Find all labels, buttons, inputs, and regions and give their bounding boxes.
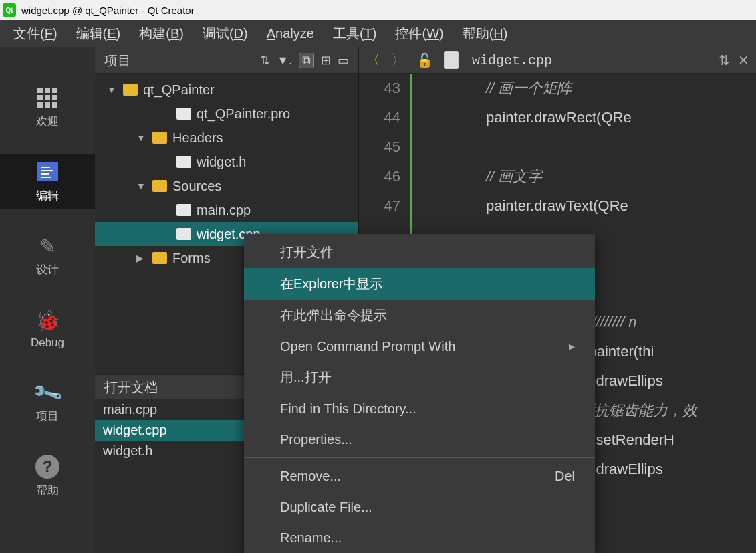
mode-sidebar: 欢迎 编辑 ✎ 设计 🐞 Debug 🔧 项目 ? 帮助 bbox=[0, 47, 95, 553]
wrench-icon: 🔧 bbox=[31, 376, 64, 409]
ctx-properties-[interactable]: Properties... bbox=[244, 424, 595, 455]
mode-label: 项目 bbox=[36, 409, 59, 424]
ctx--explorer-[interactable]: 在Explorer中显示 bbox=[244, 268, 595, 300]
open-docs-title: 打开文档 bbox=[104, 378, 158, 397]
lock-icon[interactable]: 🔓 bbox=[416, 52, 433, 68]
ctx-duplicate-file-[interactable]: Duplicate File... bbox=[244, 491, 595, 522]
ctx-find-in-this-directory-[interactable]: Find in This Directory... bbox=[244, 393, 595, 424]
menu-t[interactable]: 工具(T) bbox=[333, 25, 377, 43]
mode-design[interactable]: ✎ 设计 bbox=[0, 229, 95, 283]
ctx-remove-[interactable]: Remove...Del bbox=[244, 461, 595, 491]
file-icon bbox=[444, 51, 459, 69]
titlebar: Qt widget.cpp @ qt_QPainter - Qt Creator bbox=[0, 0, 756, 20]
filter-icon[interactable]: ▼. bbox=[277, 53, 292, 68]
mode-welcome[interactable]: 欢迎 bbox=[0, 80, 95, 134]
ctx--[interactable]: 在此弹出命令提示 bbox=[244, 300, 595, 331]
editor-toolbar: 〈 〉 🔓 widget.cpp ⇅ ✕ bbox=[359, 47, 756, 74]
mode-label: 设计 bbox=[36, 262, 59, 278]
context-menu[interactable]: 打开文件在Explorer中显示在此弹出命令提示Open Command Pro… bbox=[244, 234, 595, 553]
menu-f[interactable]: 文件(F) bbox=[13, 25, 57, 43]
tree-node-qt_qpainter[interactable]: ▼qt_QPainter bbox=[95, 78, 358, 102]
ctx-rename-[interactable]: Rename... bbox=[244, 522, 595, 553]
view-icon[interactable]: ▭ bbox=[338, 53, 349, 68]
tree-node-widget-h[interactable]: widget.h bbox=[95, 150, 358, 174]
mode-label: Debug bbox=[31, 336, 64, 350]
pencil-icon: ✎ bbox=[35, 234, 59, 258]
menu-a[interactable]: Analyze bbox=[267, 26, 314, 41]
nav-forward-icon[interactable]: 〉 bbox=[391, 50, 406, 70]
project-panel-header: 项目 ⇅ ▼. ⧉ ⊞ ▭ bbox=[95, 47, 358, 74]
nav-back-icon[interactable]: 〈 bbox=[366, 50, 380, 70]
close-icon[interactable]: ✕ bbox=[738, 52, 749, 68]
mode-edit[interactable]: 编辑 bbox=[0, 154, 95, 209]
welcome-icon bbox=[35, 86, 59, 110]
editor-filename[interactable]: widget.cpp bbox=[472, 53, 708, 68]
dropdown-icon[interactable]: ⇅ bbox=[260, 53, 270, 68]
help-icon: ? bbox=[35, 455, 59, 479]
mode-help[interactable]: ? 帮助 bbox=[0, 449, 95, 504]
ctx-open-command-prompt-with[interactable]: Open Command Prompt With▸ bbox=[244, 331, 595, 362]
mode-debug[interactable]: 🐞 Debug bbox=[0, 303, 95, 355]
dropdown-icon[interactable]: ⇅ bbox=[719, 52, 730, 68]
menu-d[interactable]: 调试(D) bbox=[203, 25, 248, 43]
bug-icon: 🐞 bbox=[35, 308, 59, 332]
mode-label: 欢迎 bbox=[36, 114, 59, 129]
mode-label: 编辑 bbox=[36, 188, 59, 203]
mode-project[interactable]: 🔧 项目 bbox=[0, 375, 95, 429]
tree-node-headers[interactable]: ▼Headers bbox=[95, 126, 358, 150]
menu-b[interactable]: 构建(B) bbox=[139, 25, 184, 43]
panel-title: 项目 bbox=[104, 51, 131, 70]
split-icon[interactable]: ⊞ bbox=[321, 53, 331, 68]
ctx--[interactable]: 打开文件 bbox=[244, 237, 595, 268]
app-icon: Qt bbox=[3, 3, 16, 17]
window-title: widget.cpp @ qt_QPainter - Qt Creator bbox=[21, 5, 195, 16]
tree-node-main-cpp[interactable]: main.cpp bbox=[95, 198, 358, 222]
tree-node-sources[interactable]: ▼Sources bbox=[95, 174, 358, 198]
tree-node-qt_qpainter-pro[interactable]: qt_QPainter.pro bbox=[95, 102, 358, 126]
mode-label: 帮助 bbox=[36, 483, 59, 498]
link-icon[interactable]: ⧉ bbox=[299, 53, 314, 68]
edit-icon bbox=[35, 160, 59, 184]
menu-w[interactable]: 控件(W) bbox=[395, 25, 443, 43]
menu-e[interactable]: 编辑(E) bbox=[76, 25, 121, 43]
menubar[interactable]: 文件(F)编辑(E)构建(B)调试(D)Analyze工具(T)控件(W)帮助(… bbox=[0, 20, 756, 47]
ctx--[interactable]: 用...打开 bbox=[244, 362, 595, 393]
menu-h[interactable]: 帮助(H) bbox=[463, 25, 508, 43]
